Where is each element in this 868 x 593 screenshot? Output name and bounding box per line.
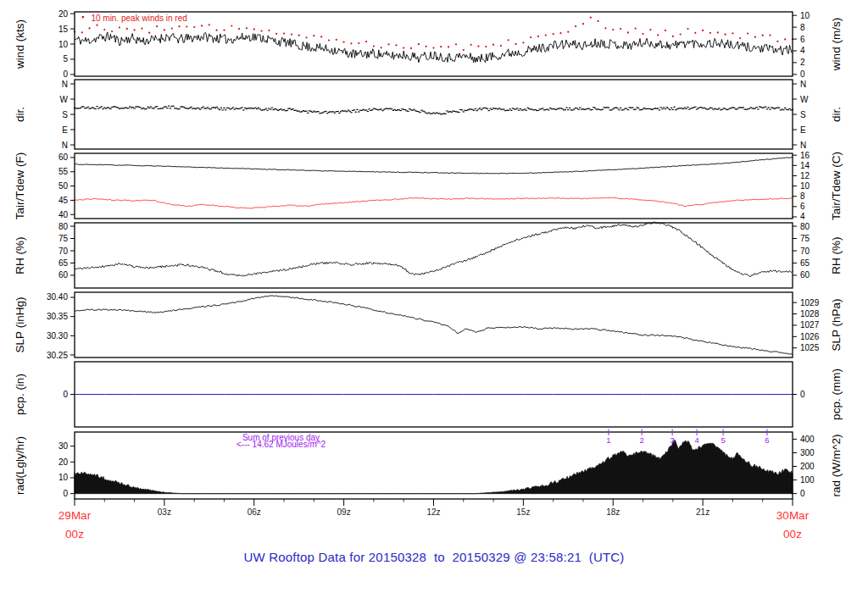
ytick-label-left-temp: 50 (58, 181, 69, 191)
ytick-label-left-rh: 70 (58, 247, 69, 256)
ytick-label-left-pcp: 0 (63, 390, 68, 399)
annotation-text-wind: 10 min. peak winds in red (91, 14, 186, 23)
mjoule-marker-label: 2 (639, 435, 643, 445)
axis-label-left-rh: RH (%) (14, 236, 26, 274)
ytick-label-right-temp: 4 (800, 212, 805, 221)
ytick-label-left-temp: 60 (58, 152, 69, 162)
panel-rh: 60657075806065707580RH (%)RH (%) (14, 222, 843, 288)
ytick-label-left-rh: 80 (58, 222, 69, 231)
ytick-label-right-rh: 60 (800, 270, 810, 280)
panel-pcp: 00pcp. (in)pcp. (mm) (14, 362, 843, 427)
ytick-label-right-slp: 1025 (800, 343, 820, 352)
ytick-label-left-dir: N (62, 80, 68, 89)
axis-label-right-wind: wind (m/s) (830, 18, 843, 71)
ytick-label-left-slp: 30.25 (47, 351, 68, 360)
axis-label-left-wind: wind (kts) (14, 19, 26, 69)
ytick-label-right-wind: 6 (800, 35, 805, 44)
axis-label-right-slp: SLP (hPa) (830, 298, 843, 351)
ytick-label-right-rad: 400 (800, 435, 815, 444)
ytick-label-right-rad: 100 (800, 475, 815, 485)
ytick-label-left-rh: 60 (58, 270, 69, 280)
ytick-label-right-rh: 75 (800, 234, 810, 243)
start-hour-label: 00z (65, 528, 84, 540)
ytick-label-right-temp: 12 (800, 171, 810, 180)
ytick-label-right-slp: 1027 (800, 320, 820, 330)
series-wind-direction-deg (74, 106, 793, 115)
ytick-label-right-rh: 80 (800, 222, 810, 231)
ytick-label-left-rh: 65 (58, 258, 69, 268)
ytick-label-left-temp: 45 (58, 196, 69, 205)
mjoule-marker-label: 1 (606, 435, 610, 445)
ytick-label-right-slp: 1028 (800, 309, 820, 319)
end-date-label: 30Mar (776, 509, 810, 522)
ytick-label-left-dir: W (60, 95, 69, 104)
series-dewpoint-f (75, 197, 793, 208)
panel-frame-temp (75, 153, 793, 219)
mjoule-marker-label: 3 (670, 435, 674, 445)
figure-title: UW Rooftop Data for 20150328 to 20150329… (0, 550, 868, 564)
xtick-label: 18z (606, 507, 620, 517)
ytick-label-left-slp: 30.40 (47, 292, 68, 302)
mjoule-marker-label: 6 (765, 435, 769, 445)
ytick-label-right-dir: E (800, 125, 806, 135)
ytick-label-left-wind: 20 (58, 9, 69, 19)
ytick-label-right-rad: 300 (800, 448, 815, 457)
ytick-label-right-dir: N (800, 141, 806, 150)
axis-label-right-pcp: pcp. (mm) (830, 369, 843, 420)
panel-frame-dir (75, 80, 793, 149)
ytick-label-left-wind: 5 (63, 54, 68, 64)
ytick-label-left-rad: 30 (58, 441, 69, 451)
ytick-label-right-pcp: 0 (800, 390, 805, 399)
ytick-label-left-wind: 10 (58, 40, 69, 49)
ytick-label-right-temp: 10 (800, 181, 810, 191)
ytick-label-right-rad: 0 (800, 489, 805, 498)
axis-label-left-rad: rad(Lgly/hr) (14, 436, 26, 495)
axis-label-left-dir: dir. (14, 107, 26, 122)
mjoule-marker-label: 5 (721, 435, 725, 445)
annotation-text-rad: <--- 14.62 MJoules/m^2 (236, 440, 326, 449)
ytick-label-left-temp: 55 (58, 167, 69, 176)
ytick-label-right-dir: W (800, 95, 809, 104)
axis-label-right-dir: dir. (830, 107, 843, 122)
ytick-label-right-slp: 1026 (800, 332, 820, 341)
panel-temp: 404550556046810121416Tair/Tdew (F)Tair/T… (14, 151, 843, 222)
ytick-label-left-dir: S (62, 110, 68, 119)
ytick-label-right-slp: 1029 (800, 298, 820, 308)
ytick-label-left-slp: 30.35 (47, 312, 68, 321)
ytick-label-right-temp: 8 (800, 191, 805, 201)
ytick-label-left-dir: E (62, 125, 68, 135)
ytick-label-right-dir: N (800, 80, 806, 89)
ytick-label-right-wind: 0 (800, 69, 805, 79)
ytick-label-left-wind: 15 (58, 25, 69, 34)
panel-rad: 01020300100200300400rad(Lgly/hr)rad (W/m… (14, 430, 843, 500)
ytick-label-right-temp: 14 (800, 161, 810, 170)
chart-canvas: 051015200246810wind (kts)wind (m/s)10 mi… (0, 0, 868, 593)
meteogram-figure: 051015200246810wind (kts)wind (m/s)10 mi… (0, 0, 868, 593)
ytick-label-right-temp: 6 (800, 202, 805, 211)
ytick-label-right-rad: 200 (800, 462, 815, 471)
series-solar-radiation (75, 440, 793, 494)
xtick-label: 09z (337, 507, 351, 517)
start-date-label: 29Mar (58, 509, 92, 522)
ytick-label-left-rad: 20 (58, 457, 69, 467)
xtick-label: 12z (426, 507, 440, 517)
ytick-label-right-dir: S (800, 110, 806, 119)
ytick-label-left-temp: 40 (58, 210, 69, 219)
ytick-label-right-wind: 4 (800, 46, 805, 55)
x-axis: 03z06z09z12z15z18z21z29Mar00z30Mar00z (58, 499, 810, 540)
xtick-label: 03z (158, 507, 171, 517)
axis-label-right-temp: Tair/Tdew (C) (830, 152, 843, 220)
axis-label-left-slp: SLP (inHg) (14, 297, 26, 353)
panel-frame-slp (75, 292, 793, 357)
ytick-label-left-dir: N (62, 141, 68, 150)
panel-wind: 051015200246810wind (kts)wind (m/s)10 mi… (14, 9, 843, 80)
ytick-label-right-temp: 16 (800, 151, 810, 160)
axis-label-left-temp: Tair/Tdew (F) (14, 152, 26, 220)
ytick-label-right-rh: 65 (800, 258, 810, 268)
ytick-label-left-rad: 10 (58, 473, 69, 482)
panel-slp: 30.2530.3030.3530.4010251026102710281029… (14, 292, 843, 360)
ytick-label-left-rh: 75 (58, 234, 69, 243)
end-hour-label: 00z (783, 528, 802, 540)
ytick-label-left-wind: 0 (63, 69, 68, 79)
axis-label-right-rad: rad (W/m^2) (830, 435, 843, 497)
